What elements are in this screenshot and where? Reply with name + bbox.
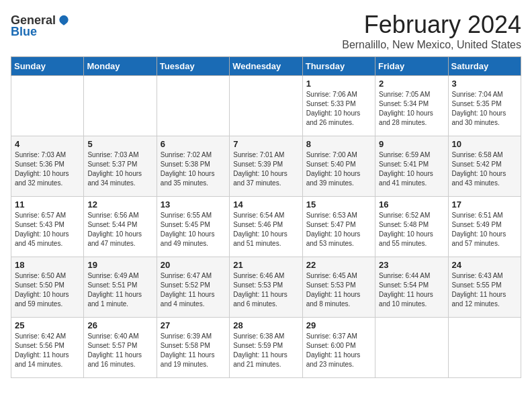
calendar-cell: 27Sunrise: 6:39 AM Sunset: 5:58 PM Dayli… bbox=[157, 318, 229, 378]
calendar-cell: 24Sunrise: 6:43 AM Sunset: 5:55 PM Dayli… bbox=[448, 257, 521, 318]
logo-icon bbox=[57, 14, 71, 28]
day-detail: Sunrise: 6:58 AM Sunset: 5:42 PM Dayligh… bbox=[452, 150, 517, 188]
day-detail: Sunrise: 6:45 AM Sunset: 5:53 PM Dayligh… bbox=[306, 271, 371, 309]
calendar-cell bbox=[157, 76, 229, 136]
calendar-cell: 17Sunrise: 6:51 AM Sunset: 5:49 PM Dayli… bbox=[448, 197, 521, 257]
day-number: 20 bbox=[161, 260, 226, 270]
day-detail: Sunrise: 6:46 AM Sunset: 5:53 PM Dayligh… bbox=[233, 271, 298, 309]
calendar-cell bbox=[375, 318, 448, 378]
weekday-header: Wednesday bbox=[230, 57, 302, 76]
calendar-cell: 9Sunrise: 6:59 AM Sunset: 5:41 PM Daylig… bbox=[375, 136, 448, 197]
calendar-cell: 2Sunrise: 7:05 AM Sunset: 5:34 PM Daylig… bbox=[375, 76, 448, 136]
day-detail: Sunrise: 6:40 AM Sunset: 5:57 PM Dayligh… bbox=[87, 332, 152, 369]
day-number: 7 bbox=[233, 139, 298, 149]
day-number: 15 bbox=[306, 199, 371, 210]
calendar-cell: 6Sunrise: 7:02 AM Sunset: 5:38 PM Daylig… bbox=[157, 136, 229, 197]
day-detail: Sunrise: 7:05 AM Sunset: 5:34 PM Dayligh… bbox=[379, 90, 444, 128]
page-header: February 2024 Bernalillo, New Mexico, Un… bbox=[11, 11, 521, 51]
day-detail: Sunrise: 6:43 AM Sunset: 5:55 PM Dayligh… bbox=[452, 271, 517, 309]
weekday-header: Thursday bbox=[302, 57, 375, 76]
day-detail: Sunrise: 7:06 AM Sunset: 5:33 PM Dayligh… bbox=[306, 90, 371, 128]
calendar-cell: 22Sunrise: 6:45 AM Sunset: 5:53 PM Dayli… bbox=[302, 257, 375, 318]
calendar-cell: 25Sunrise: 6:42 AM Sunset: 5:56 PM Dayli… bbox=[11, 318, 84, 378]
day-number: 8 bbox=[306, 139, 371, 149]
day-detail: Sunrise: 7:01 AM Sunset: 5:39 PM Dayligh… bbox=[233, 150, 298, 188]
day-detail: Sunrise: 7:03 AM Sunset: 5:36 PM Dayligh… bbox=[15, 150, 80, 188]
day-number: 29 bbox=[306, 320, 371, 330]
calendar-cell: 3Sunrise: 7:04 AM Sunset: 5:35 PM Daylig… bbox=[448, 76, 521, 136]
calendar-week-row: 25Sunrise: 6:42 AM Sunset: 5:56 PM Dayli… bbox=[11, 318, 521, 378]
day-number: 21 bbox=[233, 260, 298, 270]
day-detail: Sunrise: 6:53 AM Sunset: 5:47 PM Dayligh… bbox=[306, 211, 371, 248]
day-number: 11 bbox=[15, 199, 80, 210]
weekday-header: Monday bbox=[84, 57, 157, 76]
day-detail: Sunrise: 6:37 AM Sunset: 6:00 PM Dayligh… bbox=[306, 332, 371, 369]
calendar-cell: 15Sunrise: 6:53 AM Sunset: 5:47 PM Dayli… bbox=[302, 197, 375, 257]
calendar-cell: 8Sunrise: 7:00 AM Sunset: 5:40 PM Daylig… bbox=[302, 136, 375, 197]
weekday-header: Saturday bbox=[448, 57, 521, 76]
day-number: 26 bbox=[87, 320, 152, 330]
calendar-cell: 11Sunrise: 6:57 AM Sunset: 5:43 PM Dayli… bbox=[11, 197, 84, 257]
calendar-cell: 1Sunrise: 7:06 AM Sunset: 5:33 PM Daylig… bbox=[302, 76, 375, 136]
day-detail: Sunrise: 6:52 AM Sunset: 5:48 PM Dayligh… bbox=[379, 211, 444, 248]
day-detail: Sunrise: 7:02 AM Sunset: 5:38 PM Dayligh… bbox=[161, 150, 226, 188]
calendar-week-row: 4Sunrise: 7:03 AM Sunset: 5:36 PM Daylig… bbox=[11, 136, 521, 197]
calendar-cell: 16Sunrise: 6:52 AM Sunset: 5:48 PM Dayli… bbox=[375, 197, 448, 257]
day-number: 2 bbox=[379, 79, 444, 89]
weekday-header: Friday bbox=[375, 57, 448, 76]
logo: General Blue bbox=[11, 13, 71, 39]
day-number: 28 bbox=[233, 320, 298, 330]
day-detail: Sunrise: 6:42 AM Sunset: 5:56 PM Dayligh… bbox=[15, 332, 80, 369]
calendar-cell: 5Sunrise: 7:03 AM Sunset: 5:37 PM Daylig… bbox=[84, 136, 157, 197]
day-number: 18 bbox=[15, 260, 80, 270]
day-detail: Sunrise: 6:51 AM Sunset: 5:49 PM Dayligh… bbox=[452, 211, 517, 248]
month-year-title: February 2024 bbox=[11, 11, 521, 39]
calendar-week-row: 11Sunrise: 6:57 AM Sunset: 5:43 PM Dayli… bbox=[11, 197, 521, 257]
calendar-cell: 29Sunrise: 6:37 AM Sunset: 6:00 PM Dayli… bbox=[302, 318, 375, 378]
calendar-cell: 26Sunrise: 6:40 AM Sunset: 5:57 PM Dayli… bbox=[84, 318, 157, 378]
calendar-cell: 14Sunrise: 6:54 AM Sunset: 5:46 PM Dayli… bbox=[230, 197, 302, 257]
calendar-cell: 20Sunrise: 6:47 AM Sunset: 5:52 PM Dayli… bbox=[157, 257, 229, 318]
calendar-cell bbox=[448, 318, 521, 378]
day-number: 4 bbox=[15, 139, 80, 149]
calendar-cell bbox=[84, 76, 157, 136]
day-number: 16 bbox=[379, 199, 444, 210]
calendar-cell bbox=[230, 76, 302, 136]
calendar-week-row: 1Sunrise: 7:06 AM Sunset: 5:33 PM Daylig… bbox=[11, 76, 521, 136]
calendar-cell: 28Sunrise: 6:38 AM Sunset: 5:59 PM Dayli… bbox=[230, 318, 302, 378]
day-number: 13 bbox=[161, 199, 226, 210]
day-number: 14 bbox=[233, 199, 298, 210]
day-detail: Sunrise: 6:49 AM Sunset: 5:51 PM Dayligh… bbox=[87, 271, 152, 309]
day-number: 9 bbox=[379, 139, 444, 149]
day-number: 3 bbox=[452, 79, 517, 89]
day-detail: Sunrise: 6:44 AM Sunset: 5:54 PM Dayligh… bbox=[379, 271, 444, 309]
calendar-cell: 19Sunrise: 6:49 AM Sunset: 5:51 PM Dayli… bbox=[84, 257, 157, 318]
day-detail: Sunrise: 7:04 AM Sunset: 5:35 PM Dayligh… bbox=[452, 90, 517, 128]
day-detail: Sunrise: 6:56 AM Sunset: 5:44 PM Dayligh… bbox=[87, 211, 152, 248]
calendar-cell: 21Sunrise: 6:46 AM Sunset: 5:53 PM Dayli… bbox=[230, 257, 302, 318]
calendar-cell: 12Sunrise: 6:56 AM Sunset: 5:44 PM Dayli… bbox=[84, 197, 157, 257]
day-detail: Sunrise: 6:50 AM Sunset: 5:50 PM Dayligh… bbox=[15, 271, 80, 309]
calendar-cell: 4Sunrise: 7:03 AM Sunset: 5:36 PM Daylig… bbox=[11, 136, 84, 197]
day-detail: Sunrise: 6:54 AM Sunset: 5:46 PM Dayligh… bbox=[233, 211, 298, 248]
day-detail: Sunrise: 7:03 AM Sunset: 5:37 PM Dayligh… bbox=[87, 150, 152, 188]
calendar-table: SundayMondayTuesdayWednesdayThursdayFrid… bbox=[11, 56, 521, 378]
day-detail: Sunrise: 6:55 AM Sunset: 5:45 PM Dayligh… bbox=[161, 211, 226, 248]
calendar-cell bbox=[11, 76, 84, 136]
day-number: 5 bbox=[87, 139, 152, 149]
day-detail: Sunrise: 6:59 AM Sunset: 5:41 PM Dayligh… bbox=[379, 150, 444, 188]
day-number: 22 bbox=[306, 260, 371, 270]
day-number: 12 bbox=[87, 199, 152, 210]
day-number: 23 bbox=[379, 260, 444, 270]
calendar-cell: 23Sunrise: 6:44 AM Sunset: 5:54 PM Dayli… bbox=[375, 257, 448, 318]
weekday-header: Tuesday bbox=[157, 57, 229, 76]
day-detail: Sunrise: 6:47 AM Sunset: 5:52 PM Dayligh… bbox=[161, 271, 226, 309]
day-number: 27 bbox=[161, 320, 226, 330]
day-number: 6 bbox=[161, 139, 226, 149]
day-number: 1 bbox=[306, 79, 371, 89]
day-number: 25 bbox=[15, 320, 80, 330]
day-detail: Sunrise: 6:39 AM Sunset: 5:58 PM Dayligh… bbox=[161, 332, 226, 369]
calendar-cell: 7Sunrise: 7:01 AM Sunset: 5:39 PM Daylig… bbox=[230, 136, 302, 197]
day-number: 10 bbox=[452, 139, 517, 149]
day-detail: Sunrise: 6:38 AM Sunset: 5:59 PM Dayligh… bbox=[233, 332, 298, 369]
